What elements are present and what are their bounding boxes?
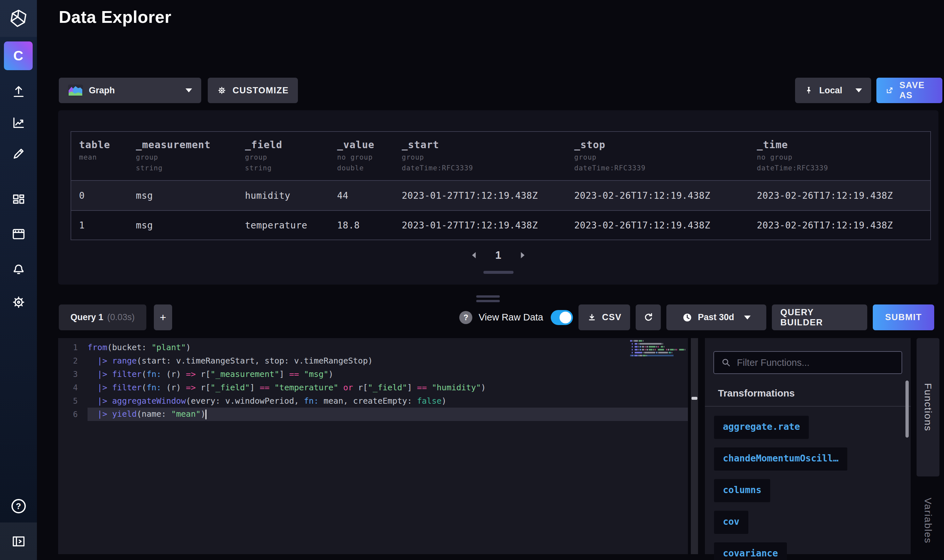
chevron-down-icon (856, 88, 862, 92)
table-cell: 2023-02-26T17:12:19.438Z (749, 190, 930, 201)
export-icon (885, 86, 894, 95)
customize-button[interactable]: CUSTOMIZE (208, 78, 298, 103)
column-header: _stopgroupdateTime:RFC3339 (566, 132, 749, 180)
code-line[interactable]: 1from(bucket: "plant") (58, 341, 688, 354)
upload-icon[interactable] (0, 84, 37, 99)
table-cell: humidity (237, 190, 329, 201)
function-item[interactable]: cov (714, 511, 748, 534)
refresh-button[interactable] (636, 305, 661, 330)
table-row[interactable]: 0msghumidity442023-01-27T17:12:19.438Z20… (71, 181, 930, 210)
query-tab-label: Query 1 (71, 312, 103, 322)
calendar-icon[interactable] (0, 226, 37, 242)
view-type-dropdown[interactable]: Graph (59, 78, 201, 103)
function-list: aggregate.ratechandeMomentumOscill…colum… (714, 416, 847, 560)
view-type-label: Graph (89, 86, 115, 95)
raw-table-body: 0msghumidity442023-01-27T17:12:19.438Z20… (71, 181, 930, 240)
main-content: Data Explorer Graph CUSTOMIZE Local SAVE… (37, 0, 944, 560)
table-cell: msg (128, 220, 237, 231)
download-icon (587, 312, 597, 322)
save-as-button[interactable]: SAVE AS (876, 78, 942, 103)
time-range-label: Past 30d (698, 312, 734, 322)
query-tab[interactable]: Query 1 (0.03s) (59, 305, 147, 330)
raw-data-panel: tablemean_measurementgroupstring_fieldgr… (58, 110, 938, 285)
code-line[interactable]: 5 |> aggregateWindow(every: v.windowPeri… (58, 394, 688, 408)
chevron-down-icon (744, 315, 751, 320)
area-chart-icon (68, 85, 83, 96)
avatar[interactable]: C (4, 42, 33, 70)
column-header: _startgroupdateTime:RFC3339 (394, 132, 566, 180)
table-cell: 2023-02-26T17:12:19.438Z (566, 190, 749, 201)
table-cell: 1 (71, 220, 128, 231)
function-item[interactable]: aggregate.rate (714, 416, 809, 439)
functions-panel: Transformations aggregate.ratechandeMome… (705, 338, 911, 554)
function-search-input[interactable] (737, 357, 895, 368)
table-row[interactable]: 1msgtemperature18.82023-01-27T17:12:19.4… (71, 210, 930, 240)
add-query-button[interactable]: + (154, 305, 172, 330)
line-number: 5 (58, 397, 88, 406)
influxdb-logo-icon[interactable] (0, 0, 37, 37)
clock-icon (682, 312, 693, 323)
function-item[interactable]: columns (714, 479, 770, 502)
code-line[interactable]: 4 |> filter(fn: (r) => r["_field"] == "t… (58, 381, 688, 394)
raw-data-help-icon[interactable]: ? (459, 311, 472, 324)
column-header: _measurementgroupstring (128, 132, 237, 180)
editor-minimap[interactable] (630, 340, 674, 358)
submit-button[interactable]: SUBMIT (873, 305, 934, 330)
divider (705, 406, 911, 407)
time-range-dropdown[interactable]: Past 30d (666, 305, 766, 330)
raw-data-table: tablemean_measurementgroupstring_fieldgr… (71, 131, 931, 240)
line-number: 2 (58, 356, 88, 366)
editor-scrollbar[interactable] (691, 338, 698, 554)
code-line[interactable]: 3 |> filter(fn: (r) => r["_measurement"]… (58, 368, 688, 381)
line-number: 4 (58, 383, 88, 392)
save-as-label: SAVE AS (899, 80, 933, 100)
text-cursor (205, 409, 207, 419)
chevron-down-icon (185, 88, 192, 92)
scope-label: Local (819, 86, 842, 95)
function-category-label: Transformations (718, 388, 795, 399)
query-builder-button[interactable]: QUERY BUILDER (772, 305, 867, 330)
table-cell: msg (128, 190, 237, 201)
page-title: Data Explorer (59, 7, 171, 27)
function-item[interactable]: chandeMomentumOscill… (714, 448, 847, 471)
csv-download-button[interactable]: CSV (578, 305, 630, 330)
sidebar: C ? (0, 0, 37, 560)
table-cell: temperature (237, 220, 329, 231)
function-search[interactable] (713, 351, 902, 374)
view-raw-data-toggle[interactable] (551, 310, 573, 325)
next-page-button[interactable] (520, 252, 526, 259)
editor-scrollbar-thumb[interactable] (691, 397, 697, 400)
line-number: 1 (58, 343, 88, 352)
graph-icon[interactable] (0, 115, 37, 130)
table-cell: 0 (71, 190, 128, 201)
pencil-icon[interactable] (0, 146, 37, 161)
table-cell: 18.8 (329, 220, 394, 231)
scope-dropdown[interactable]: Local (795, 78, 871, 103)
code-line[interactable]: 6 |> yield(name: "mean") (58, 408, 688, 421)
query-duration: (0.03s) (107, 312, 134, 322)
function-item[interactable]: covariance (714, 542, 787, 560)
table-cell: 2023-02-26T17:12:19.438Z (566, 220, 749, 231)
tab-functions[interactable]: Functions (916, 338, 939, 477)
pin-icon (804, 86, 813, 95)
tab-variables[interactable]: Variables (916, 486, 939, 555)
bell-icon[interactable] (0, 261, 37, 276)
customize-label: CUSTOMIZE (233, 86, 289, 95)
view-raw-data-label: View Raw Data (478, 312, 543, 323)
code-line[interactable]: 2 |> range(start: v.timeRangeStart, stop… (58, 354, 688, 368)
expand-sidebar-icon[interactable] (0, 523, 37, 560)
gear-icon[interactable] (0, 295, 37, 310)
query-toolbar-right: ? View Raw Data CSV Past 30d QUERY BUILD… (459, 305, 934, 330)
raw-table-header: tablemean_measurementgroupstring_fieldgr… (71, 132, 930, 181)
table-cell: 2023-02-26T17:12:19.438Z (749, 220, 930, 231)
prev-page-button[interactable] (471, 252, 476, 259)
page-number: 1 (495, 249, 501, 262)
boards-icon[interactable] (0, 192, 37, 208)
functions-scrollbar-thumb[interactable] (905, 380, 909, 438)
column-header: tablemean (71, 132, 128, 180)
help-icon[interactable]: ? (0, 499, 37, 513)
flux-editor[interactable]: 1from(bucket: "plant")2 |> range(start: … (58, 338, 688, 554)
code-lines: 1from(bucket: "plant")2 |> range(start: … (58, 341, 688, 421)
gear-icon (217, 86, 227, 95)
panel-resize-handle[interactable] (476, 295, 500, 305)
